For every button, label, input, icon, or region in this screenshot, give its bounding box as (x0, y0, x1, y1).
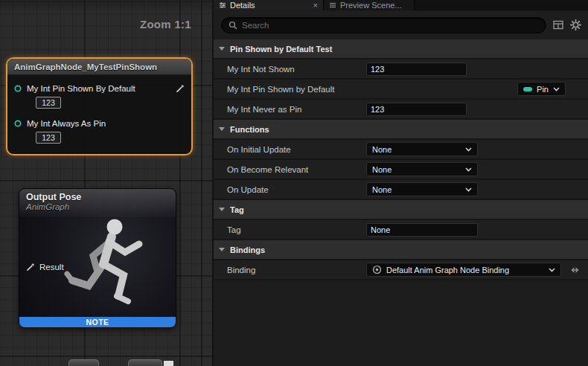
section-header-pin-shown[interactable]: Pin Shown by Default Test (214, 39, 588, 60)
preview-scene-tab-icon (329, 1, 336, 9)
my-int-never-as-pin-input[interactable] (366, 103, 467, 116)
graph-node-mytestpinshown[interactable]: AnimGraphNode_MyTestPinShown My Int Pin … (6, 57, 193, 155)
property-label: On Become Relevant (214, 165, 366, 174)
binding-class-icon (372, 265, 382, 274)
search-input[interactable] (242, 21, 539, 30)
tab-label: Preview Scene... (340, 1, 402, 10)
search-box[interactable] (221, 17, 546, 33)
section-header-tag[interactable]: Tag (214, 200, 588, 220)
pin-label: My Int Pin Shown By Default (27, 84, 135, 93)
offscreen-node-chip (164, 361, 173, 366)
pin-value-field[interactable]: 123 (36, 132, 61, 144)
pin-row: My Int Always As Pin (13, 118, 191, 129)
display-filter-icon[interactable] (553, 20, 563, 30)
property-row: My Int Not Shown (214, 60, 588, 80)
property-label: Tag (214, 225, 366, 234)
swap-binding-icon[interactable] (570, 266, 580, 274)
chevron-down-icon (465, 147, 472, 152)
chevron-down-icon (549, 268, 555, 272)
chevron-down-icon (219, 208, 225, 211)
section-header-bindings[interactable]: Bindings (214, 240, 588, 260)
chevron-down-icon (219, 127, 225, 131)
property-label: My Int Pin Shown by Default (214, 85, 366, 94)
pin-icon (523, 87, 532, 92)
int-pin-icon[interactable] (13, 84, 22, 93)
property-label: My Int Never as Pin (214, 105, 366, 114)
property-label: On Update (214, 185, 366, 194)
details-tab-icon (219, 1, 226, 9)
property-row: Tag (214, 220, 588, 240)
binding-dropdown[interactable]: Default Anim Graph Node Binding (366, 263, 561, 277)
property-row: My Int Never as Pin (214, 100, 588, 120)
tab-label: Details (230, 1, 255, 10)
pose-pin-icon[interactable] (26, 263, 35, 272)
pin-visibility-dropdown[interactable]: Pin (517, 82, 566, 96)
chevron-down-icon (219, 248, 225, 251)
close-icon[interactable]: × (313, 1, 318, 10)
property-row: On Update None (214, 180, 588, 200)
property-row: On Become Relevant None (214, 160, 588, 180)
canvas-top-shade (0, 0, 212, 13)
property-label: My Int Not Shown (214, 65, 366, 74)
pin-value-field[interactable]: 123 (36, 97, 61, 109)
details-toolbar (214, 10, 588, 39)
zoom-indicator: Zoom 1:1 (140, 18, 191, 30)
node-subtitle: AnimGraph (26, 202, 176, 211)
tab-bar: Details × Preview Scene... (214, 0, 588, 10)
my-int-not-shown-input[interactable] (366, 62, 467, 76)
property-row: Binding Default Anim Graph Node Binding (214, 260, 588, 280)
property-label: Binding (214, 266, 366, 274)
offscreen-node-stub[interactable] (68, 359, 99, 366)
gear-icon[interactable] (570, 19, 581, 30)
search-icon (229, 21, 237, 30)
details-panel: Details × Preview Scene... (212, 0, 588, 366)
animgraph-canvas[interactable]: Zoom 1:1 AnimGraphNode_MyTestPinShown My… (0, 0, 212, 366)
graph-node-output-pose[interactable]: Output Pose AnimGraph Result NOTE (19, 188, 176, 328)
on-become-relevant-dropdown[interactable]: None (366, 162, 478, 176)
tab-preview-scene[interactable]: Preview Scene... (324, 0, 415, 10)
tag-input[interactable] (366, 223, 478, 237)
property-row: My Int Pin Shown by Default Pin (214, 80, 588, 100)
property-row: On Initial Update None (214, 140, 588, 160)
chevron-down-icon (465, 167, 472, 172)
node-header[interactable]: Output Pose AnimGraph (19, 189, 176, 217)
result-pin-label: Result (39, 263, 64, 272)
int-pin-icon[interactable] (13, 119, 22, 128)
wand-icon[interactable] (176, 84, 185, 93)
chevron-down-icon (553, 87, 560, 92)
chevron-down-icon (465, 187, 472, 192)
tab-details[interactable]: Details × (214, 0, 324, 10)
note-badge[interactable]: NOTE (19, 317, 176, 327)
pin-label: My Int Always As Pin (27, 119, 106, 128)
pin-row: My Int Pin Shown By Default (13, 83, 191, 94)
unreal-editor-window: Zoom 1:1 AnimGraphNode_MyTestPinShown My… (0, 0, 588, 366)
chevron-down-icon (219, 47, 225, 51)
on-update-dropdown[interactable]: None (366, 182, 478, 196)
on-initial-update-dropdown[interactable]: None (366, 142, 478, 156)
offscreen-node-stub[interactable] (128, 359, 162, 366)
property-label: On Initial Update (214, 145, 366, 154)
node-title[interactable]: AnimGraphNode_MyTestPinShown (7, 59, 191, 75)
result-pin-row[interactable]: Result (26, 263, 64, 272)
node-title: Output Pose (26, 192, 176, 202)
section-header-functions[interactable]: Functions (214, 120, 588, 140)
